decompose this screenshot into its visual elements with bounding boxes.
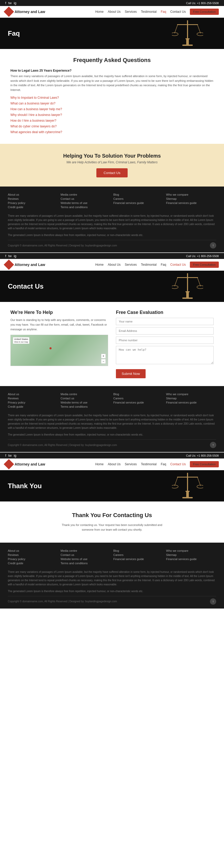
footer-link-terms-2[interactable]: Website terms of use (61, 401, 111, 404)
nav-home-3[interactable]: Home (95, 462, 104, 466)
faq-q6[interactable]: How do I hire a business lawyer? (10, 119, 214, 122)
nav-testimonial-2[interactable]: Testimonial (141, 263, 157, 267)
map-container[interactable]: United StatesView in our map + − (10, 335, 108, 366)
footer-link-about-1[interactable]: About us (8, 193, 58, 196)
nav-services-1[interactable]: Services (125, 10, 137, 13)
footer-link-blog-3[interactable]: Blog (113, 549, 164, 552)
footer-link-contact-1[interactable]: Contact us (61, 197, 111, 200)
footer-link-privacy-3[interactable]: Privacy policy (8, 557, 58, 561)
map-zoom-in[interactable]: + (101, 354, 106, 359)
footer-link-reviews-1[interactable]: Reviews (8, 197, 58, 200)
map-zoom-out[interactable]: − (101, 359, 106, 364)
faq-q7[interactable]: What do cyber crime lawyers do? (10, 125, 214, 128)
twitter-icon-2[interactable]: tw (8, 254, 12, 258)
nav-testimonial-3[interactable]: Testimonial (141, 462, 157, 466)
footer-col-3-1: About us Reviews Privacy policy Credit g… (8, 549, 58, 566)
footer-link-credit-1[interactable]: Credit guide (8, 206, 58, 209)
message-textarea[interactable] (116, 346, 214, 364)
back-to-top-2[interactable]: ↑ (210, 442, 216, 448)
cta-button-1[interactable]: Contact Us (96, 168, 128, 177)
footer-link-sitemap-2[interactable]: Sitemap (166, 397, 217, 400)
social-links-2[interactable]: f tw ig (5, 254, 17, 258)
footer-link-reviews-3[interactable]: Reviews (8, 553, 58, 556)
footer-link-terms-3[interactable]: Website terms of use (61, 557, 111, 561)
faq-q2[interactable]: Why to Impotant to Criminal Laws? (10, 96, 214, 99)
footer-link-fsg-2[interactable]: Financial services guide (113, 401, 164, 404)
social-links-3[interactable]: f tw ig (5, 454, 17, 458)
footer-link-fsg2-1[interactable]: Financial services guide (166, 202, 217, 205)
logo-3: Attorney and Law (5, 461, 45, 468)
footer-link-careers-3[interactable]: Careers (113, 553, 164, 556)
faq-q4[interactable]: How can a business lawyer help me? (10, 107, 214, 111)
faq-q5[interactable]: Why should I hire a business lawyer? (10, 113, 214, 117)
nav-contact-1[interactable]: Contact Us (170, 10, 186, 13)
submit-button[interactable]: Submit Now (116, 369, 146, 378)
footer-link-media-1[interactable]: Media centre (61, 193, 111, 196)
free-consultation-btn-1[interactable]: Free Consultation (190, 9, 219, 15)
footer-link-about-2[interactable]: About us (8, 393, 58, 396)
footer-link-careers-2[interactable]: Careers (113, 397, 164, 400)
footer-link-who-3[interactable]: Who we compare (166, 549, 217, 552)
footer-link-fsg-3[interactable]: Financial services guide (113, 557, 164, 561)
back-to-top-3[interactable]: ↑ (210, 598, 216, 604)
nav-about-2[interactable]: About Us (108, 263, 121, 267)
footer-link-blog-2[interactable]: Blog (113, 393, 164, 396)
faq-item-3: What can a business lawyer do? (10, 102, 214, 105)
footer-link-sitemap-1[interactable]: Sitemap (166, 197, 217, 200)
back-to-top-1[interactable]: ↑ (210, 242, 216, 249)
facebook-icon[interactable]: f (5, 1, 6, 5)
faq-q3[interactable]: What can a business lawyer do? (10, 102, 214, 105)
footer-link-privacy-2[interactable]: Privacy policy (8, 401, 58, 404)
nav-faq-3[interactable]: Faq (161, 462, 166, 466)
nav-faq-1[interactable]: Faq (161, 10, 166, 13)
nav-about-3[interactable]: About Us (108, 462, 121, 466)
faq-q8[interactable]: What agencies deal with cybercrime? (10, 130, 214, 134)
footer-link-tnc-1[interactable]: Terms and conditions (61, 206, 111, 209)
footer-link-contact-3[interactable]: Contact us (61, 553, 111, 556)
footer-link-tnc-3[interactable]: Terms and conditions (61, 562, 111, 565)
footer-link-blog-1[interactable]: Blog (113, 193, 164, 196)
nav-services-3[interactable]: Services (125, 462, 137, 466)
footer-link-careers-1[interactable]: Careers (113, 197, 164, 200)
email-input[interactable] (116, 327, 214, 335)
free-consultation-btn-2[interactable]: Free Consultation (190, 261, 219, 268)
twitter-icon[interactable]: tw (8, 1, 12, 5)
footer-link-about-3[interactable]: About us (8, 549, 58, 552)
nav-testimonial-1[interactable]: Testimonial (141, 10, 157, 13)
footer-link-media-2[interactable]: Media centre (61, 393, 111, 396)
footer-link-terms-1[interactable]: Website terms of use (61, 202, 111, 205)
footer-link-fsg2-2[interactable]: Financial services guide (166, 401, 217, 404)
nav-about-1[interactable]: About Us (108, 10, 121, 13)
footer-link-tnc-2[interactable]: Terms and conditions (61, 405, 111, 408)
nav-home-1[interactable]: Home (95, 10, 104, 13)
nav-contact-2[interactable]: Contact Us (170, 263, 186, 267)
footer-link-fsg2-3[interactable]: Financial services guide (166, 557, 217, 561)
footer-link-contact-2[interactable]: Contact us (61, 397, 111, 400)
free-consultation-btn-3[interactable]: Free Consultation (190, 461, 219, 467)
logo-text-3: Attorney and Law (14, 462, 45, 466)
instagram-icon-3[interactable]: ig (14, 454, 17, 458)
nav-services-2[interactable]: Services (125, 263, 137, 267)
nav-faq-2[interactable]: Faq (161, 263, 166, 267)
facebook-icon-2[interactable]: f (5, 254, 6, 258)
facebook-icon-3[interactable]: f (5, 454, 6, 458)
phone-input[interactable] (116, 337, 214, 344)
faq-q1[interactable]: How to Legal Laws 25 Years Experience? (10, 69, 214, 72)
instagram-icon[interactable]: ig (14, 1, 17, 5)
twitter-icon-3[interactable]: tw (8, 454, 12, 458)
footer-link-privacy-1[interactable]: Privacy policy (8, 202, 58, 205)
footer-link-credit-2[interactable]: Credit guide (8, 405, 58, 408)
social-links-1[interactable]: f tw ig (5, 1, 17, 5)
nav-home-2[interactable]: Home (95, 263, 104, 267)
nav-contact-3[interactable]: Contact Us (170, 462, 186, 466)
name-input[interactable] (116, 318, 214, 325)
footer-link-sitemap-3[interactable]: Sitemap (166, 553, 217, 556)
instagram-icon-2[interactable]: ig (14, 254, 17, 258)
footer-link-fsg-1[interactable]: Financial services guide (113, 202, 164, 205)
footer-link-who-2[interactable]: Who we compare (166, 393, 217, 396)
footer-link-media-3[interactable]: Media centre (61, 549, 111, 552)
svg-rect-16 (186, 292, 189, 298)
footer-link-credit-3[interactable]: Credit guide (8, 562, 58, 565)
footer-link-who-1[interactable]: Who we compare (166, 193, 217, 196)
footer-link-reviews-2[interactable]: Reviews (8, 397, 58, 400)
